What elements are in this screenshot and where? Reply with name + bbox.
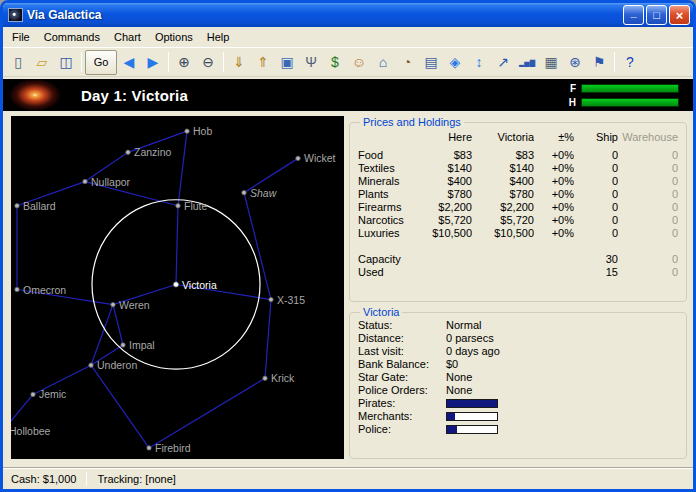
system-bar-row: Pirates: — [358, 397, 678, 410]
star-image — [9, 79, 61, 111]
corner-cell — [358, 129, 414, 149]
statusbar: Cash: $1,000 Tracking: [none] — [3, 467, 693, 489]
star-nullapor[interactable]: Nullapor — [83, 176, 131, 188]
star-omecron[interactable]: Omecron — [15, 284, 66, 296]
zoom-in-icon[interactable]: ⊕ — [172, 50, 196, 75]
price-change: +0% — [534, 149, 574, 162]
chart-icon[interactable]: ↗ — [491, 50, 515, 75]
price-victoria: $83 — [472, 149, 534, 162]
star-map[interactable]: HobZanzinoWicketNullaporShawBallardFlute… — [11, 116, 344, 459]
svg-text:Impal: Impal — [129, 339, 155, 351]
star-hob[interactable]: Hob — [185, 125, 213, 137]
app-icon — [8, 8, 23, 22]
star-flute[interactable]: Flute — [176, 200, 208, 212]
field-label: Star Gate: — [358, 371, 446, 384]
jump-icon[interactable]: ↕ — [467, 50, 491, 75]
forward-icon[interactable]: ▶ — [141, 50, 165, 75]
field-value: Normal — [446, 319, 678, 332]
svg-text:Flute: Flute — [184, 200, 207, 212]
field-label: Status: — [358, 319, 446, 332]
ship-quantity: 0 — [574, 175, 618, 188]
warehouse-quantity: 0 — [618, 188, 678, 201]
price-here: $83 — [414, 149, 472, 162]
svg-text:Firebird: Firebird — [155, 442, 191, 454]
warehouse-quantity: 0 — [618, 214, 678, 227]
commodity-name: Textiles — [358, 162, 414, 175]
column-header: Ship — [574, 129, 618, 149]
open-icon[interactable]: ▱ — [30, 50, 54, 75]
warehouse-quantity: 0 — [618, 201, 678, 214]
toolbar-separator — [168, 52, 169, 72]
star-firebird[interactable]: Firebird — [147, 442, 191, 454]
svg-text:Underon: Underon — [97, 359, 137, 371]
close-button[interactable]: × — [669, 5, 690, 25]
hyperspace-lane — [91, 305, 113, 366]
field-label: Police Orders: — [358, 384, 446, 397]
maximize-button[interactable]: □ — [646, 5, 667, 25]
new-icon[interactable]: ▯ — [6, 50, 30, 75]
system-info: Status:NormalDistance:0 parsecsLast visi… — [358, 319, 678, 436]
system-groupbox: Victoria Status:NormalDistance:0 parsecs… — [349, 306, 687, 459]
system-bar-row: Police: — [358, 423, 678, 436]
price-row: Luxuries$10,500$10,500+0%00 — [358, 227, 678, 240]
star-krick[interactable]: Krick — [263, 372, 295, 384]
prices-title: Prices and Holdings — [360, 116, 464, 128]
fuel-gauge-fill — [582, 85, 678, 92]
window-controls: _□× — [621, 5, 690, 25]
back-icon[interactable]: ◀ — [117, 50, 141, 75]
base-icon[interactable]: ⌂ — [371, 50, 395, 75]
titlebar[interactable]: Via Galactica _□× — [3, 3, 693, 27]
map-icon[interactable]: ⚑ — [587, 50, 611, 75]
menu-help[interactable]: Help — [200, 28, 237, 46]
svg-text:Zanzino: Zanzino — [134, 146, 171, 158]
star-ballard[interactable]: Ballard — [15, 200, 56, 212]
zoom-out-icon[interactable]: ⊖ — [196, 50, 220, 75]
star-hollobee[interactable]: Hollobee — [11, 425, 51, 437]
help-icon[interactable]: ? — [618, 50, 642, 75]
field-value: None — [446, 371, 678, 384]
prices-table: HereVictoria±%ShipWarehouseFood$83$83+0%… — [358, 129, 678, 279]
system-field-row: Star Gate:None — [358, 371, 678, 384]
menu-chart[interactable]: Chart — [107, 28, 148, 46]
field-label: Last visit: — [358, 345, 446, 358]
target-icon[interactable]: ◈ — [443, 50, 467, 75]
save-icon[interactable]: ◫ — [54, 50, 78, 75]
field-value: $0 — [446, 358, 678, 371]
star-zanzino[interactable]: Zanzino — [126, 146, 172, 158]
price-change: +0% — [534, 175, 574, 188]
minimize-button[interactable]: _ — [623, 5, 644, 25]
sell-icon[interactable]: ⇑ — [251, 50, 275, 75]
cargo-icon[interactable]: ▤ — [419, 50, 443, 75]
toolbar: ▯▱◫Go◀▶⊕⊖⇓⇑▣Ψ$☺⌂◔▤◈↕↗▂▅▇▦⊛⚑? — [3, 47, 693, 77]
go-button[interactable]: Go — [85, 50, 117, 75]
stats-icon[interactable]: ▂▅▇ — [515, 50, 539, 75]
buy-icon[interactable]: ⇓ — [227, 50, 251, 75]
menu-file[interactable]: File — [5, 28, 37, 46]
comms-icon[interactable]: Ψ — [299, 50, 323, 75]
star-map-canvas[interactable]: HobZanzinoWicketNullaporShawBallardFlute… — [11, 116, 344, 459]
galaxy-icon[interactable]: ⊛ — [563, 50, 587, 75]
wait-icon[interactable]: ◔ — [395, 50, 419, 75]
price-change: +0% — [534, 227, 574, 240]
star-impal[interactable]: Impal — [121, 339, 155, 351]
totals-row: Capacity300 — [358, 253, 678, 266]
star-jemic[interactable]: Jemic — [31, 388, 67, 400]
bank-icon[interactable]: $ — [323, 50, 347, 75]
menu-commands[interactable]: Commands — [37, 28, 107, 46]
menubar: FileCommandsChartOptionsHelp — [3, 27, 693, 47]
bar-fill — [447, 413, 455, 420]
pirates-bar — [446, 399, 498, 408]
trade-icon[interactable]: ▣ — [275, 50, 299, 75]
crew-icon[interactable]: ☺ — [347, 50, 371, 75]
menu-options[interactable]: Options — [148, 28, 200, 46]
statusbar-separator — [86, 472, 87, 486]
table-icon[interactable]: ▦ — [539, 50, 563, 75]
star-underon[interactable]: Underon — [89, 359, 138, 371]
star-shaw[interactable]: Shaw — [242, 187, 278, 199]
star-weren[interactable]: Weren — [111, 299, 150, 311]
star-x-315[interactable]: X-315 — [269, 294, 305, 306]
svg-text:Hollobee: Hollobee — [11, 425, 51, 437]
price-row: Food$83$83+0%00 — [358, 149, 678, 162]
star-wicket[interactable]: Wicket — [296, 152, 336, 164]
column-header: ±% — [534, 129, 574, 149]
